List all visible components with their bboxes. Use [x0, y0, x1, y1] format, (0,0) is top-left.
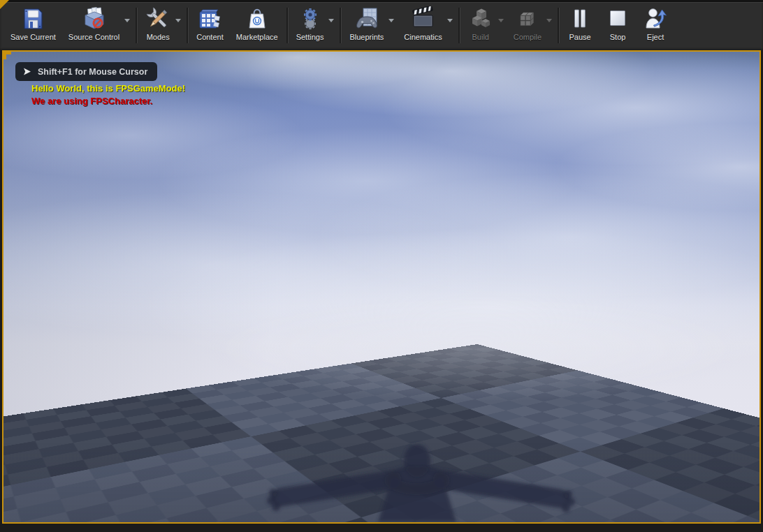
- character-t-pose-shadow: [3, 52, 760, 522]
- toolbar-button-marketplace[interactable]: Marketplace: [230, 2, 284, 50]
- compile-icon: [515, 6, 540, 32]
- toolbar-group-modes: Modes: [139, 2, 184, 50]
- chevron-down-icon[interactable]: [447, 19, 453, 22]
- toolbar-button-label: Modes: [147, 33, 170, 41]
- toolbar-button-label: Eject: [647, 33, 664, 41]
- pause-icon: [567, 6, 593, 32]
- save-icon: [20, 6, 45, 32]
- toolbar-group-build: Build Compile: [462, 2, 555, 50]
- toolbar-button-label: Content: [196, 33, 224, 41]
- toolbar-button-content[interactable]: Content: [190, 2, 230, 50]
- window-corner-accent: [0, 0, 9, 9]
- eject-icon: [643, 6, 668, 32]
- modes-icon: [145, 6, 170, 32]
- settings-icon: [298, 6, 323, 32]
- build-icon: [468, 6, 493, 32]
- chevron-down-icon[interactable]: [175, 19, 181, 22]
- toolbar-button-label: Save Current: [10, 33, 56, 41]
- toolbar-separator: [286, 8, 288, 43]
- toolbar-separator: [136, 8, 137, 43]
- debug-message-gamemode: Hello World, this is FPSGameMode!: [31, 82, 185, 95]
- marketplace-icon: [245, 6, 270, 32]
- toolbar-button-compile: Compile: [507, 2, 555, 50]
- viewport-border-corner-accent: [3, 52, 11, 59]
- toolbar-button-eject[interactable]: Eject: [637, 2, 674, 50]
- debug-message-character: We are using FPSCharacter.: [31, 95, 185, 108]
- toolbar-button-cinematics[interactable]: Cinematics: [398, 2, 456, 50]
- toolbar-group-save: Save Current Source Control: [4, 2, 133, 50]
- toolbar-button-label: Pause: [569, 33, 590, 41]
- stop-icon: [605, 6, 630, 32]
- toolbar-separator: [187, 8, 188, 43]
- toolbar-button-build: Build: [462, 2, 507, 50]
- toolbar-button-blueprints[interactable]: Blueprints: [343, 2, 398, 50]
- toolbar-group-playback: Pause Stop Eject: [561, 2, 674, 50]
- toolbar-button-settings[interactable]: Settings: [290, 2, 338, 50]
- toolbar-button-label: Blueprints: [349, 33, 384, 41]
- blueprints-icon: [354, 6, 379, 32]
- chevron-down-icon[interactable]: [328, 19, 334, 22]
- toolbar-separator: [558, 8, 559, 43]
- pie-game-viewport[interactable]: Shift+F1 for Mouse Cursor Hello World, t…: [2, 50, 761, 524]
- mouse-cursor-hint-badge: Shift+F1 for Mouse Cursor: [15, 62, 157, 81]
- hint-badge-text: Shift+F1 for Mouse Cursor: [38, 67, 147, 77]
- toolbar-button-pause[interactable]: Pause: [561, 2, 599, 50]
- chevron-down-icon[interactable]: [388, 19, 394, 22]
- toolbar-group-content: Content Marketplace: [190, 2, 284, 50]
- toolbar-button-save-current[interactable]: Save Current: [4, 2, 62, 50]
- chevron-down-icon: [546, 19, 552, 22]
- toolbar-button-label: Stop: [610, 33, 626, 41]
- toolbar-button-stop[interactable]: Stop: [599, 2, 637, 50]
- toolbar-button-label: Source Control: [68, 33, 119, 41]
- toolbar-separator: [458, 8, 460, 43]
- content-browser-icon: [197, 6, 222, 32]
- window-bottom-edge: [0, 525, 763, 532]
- chevron-down-icon[interactable]: [124, 19, 130, 22]
- cinematics-icon: [411, 6, 436, 32]
- toolbar-button-modes[interactable]: Modes: [139, 2, 184, 50]
- toolbar-group-blueprints: Blueprints Cinematics: [343, 2, 456, 50]
- editor-toolbar: Save Current Source Control: [0, 0, 763, 50]
- source-control-icon: [82, 6, 107, 32]
- toolbar-button-label: Compile: [514, 33, 542, 41]
- toolbar-button-source-control[interactable]: Source Control: [62, 2, 133, 50]
- toolbar-group-settings: Settings: [290, 2, 338, 50]
- toolbar-button-label: Cinematics: [404, 33, 442, 41]
- toolbar-separator: [340, 8, 341, 43]
- debug-messages: Hello World, this is FPSGameMode! We are…: [31, 82, 185, 108]
- cursor-arrow-icon: [23, 67, 31, 76]
- toolbar-button-label: Build: [472, 33, 488, 41]
- chevron-down-icon: [498, 19, 504, 22]
- toolbar-button-label: Marketplace: [236, 33, 278, 41]
- toolbar-button-label: Settings: [296, 33, 324, 41]
